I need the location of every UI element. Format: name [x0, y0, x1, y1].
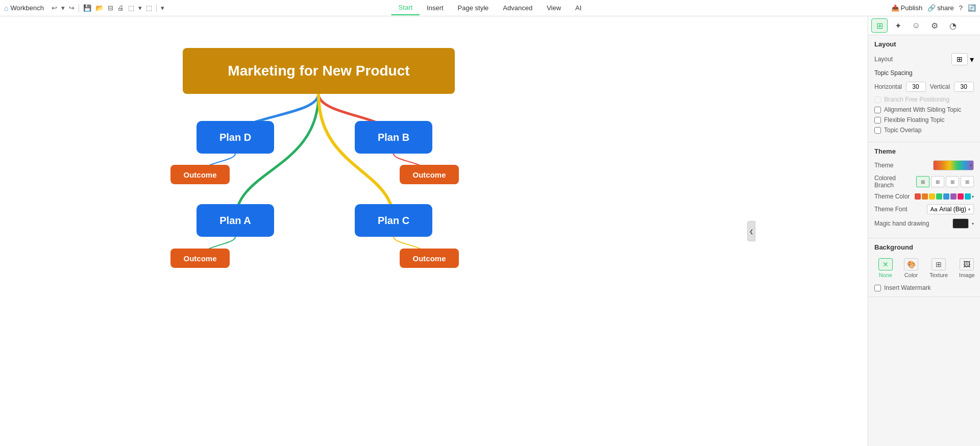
- branch-free-label: Branch Free Positioning: [884, 96, 949, 103]
- export-button[interactable]: ⬚: [127, 3, 136, 13]
- magic-drawing-row: Magic hand drawing ▾: [874, 218, 974, 229]
- bg-color-label: Color: [904, 272, 918, 278]
- panel-header-icons: ⊞ ✦ ☺ ⚙ ◔: [868, 16, 980, 35]
- branch-plan-d[interactable]: Plan D: [197, 121, 274, 154]
- colored-branch-opt2[interactable]: ⊞: [931, 176, 944, 187]
- background-options: ✕ None 🎨 Color ⊞ Texture 🖼 Image: [874, 256, 974, 280]
- nav-view[interactable]: View: [540, 1, 568, 15]
- canvas[interactable]: Marketing for New Product Plan D Plan B …: [0, 16, 868, 446]
- nav-menus: Start Insert Page style Advanced View AI: [391, 1, 589, 15]
- topic-spacing-title: Topic Spacing: [874, 69, 974, 77]
- color-pink[interactable]: [958, 193, 964, 200]
- bg-none-button[interactable]: ✕ None: [874, 256, 897, 280]
- import-button[interactable]: ⬚: [144, 3, 154, 13]
- vertical-up-arrow[interactable]: ▲: [973, 83, 974, 87]
- layout-control: ⊞ ▾: [951, 53, 974, 65]
- theme-label: Theme: [874, 162, 933, 169]
- flexible-row: Flexible Floating Topic: [874, 116, 974, 123]
- panel-tab-emoji[interactable]: ☺: [908, 18, 924, 33]
- color-blue[interactable]: [943, 193, 949, 200]
- root-node[interactable]: Marketing for New Product: [183, 48, 455, 94]
- nav-ai[interactable]: AI: [568, 1, 589, 15]
- outcome-d-label: Outcome: [183, 170, 216, 179]
- watermark-checkbox[interactable]: [874, 285, 881, 291]
- bg-image-button[interactable]: 🖼 Image: [955, 256, 979, 280]
- color-cyan[interactable]: [965, 193, 971, 200]
- share-label: share: [937, 4, 954, 12]
- alignment-label: Alignment With Sibling Topic: [884, 106, 961, 113]
- bg-color-icon: 🎨: [904, 258, 918, 270]
- bg-color-button[interactable]: 🎨 Color: [900, 256, 922, 280]
- color-orange[interactable]: [922, 193, 928, 200]
- color-green[interactable]: [936, 193, 942, 200]
- color-red[interactable]: [915, 193, 921, 200]
- leaf-outcome-d[interactable]: Outcome: [170, 165, 230, 184]
- print-button[interactable]: 🖨: [116, 3, 126, 13]
- open-button[interactable]: 📂: [94, 3, 105, 13]
- bg-texture-button[interactable]: ⊞ Texture: [925, 256, 952, 280]
- extra-dropdown[interactable]: ▾: [159, 3, 166, 13]
- alignment-checkbox[interactable]: [874, 107, 881, 113]
- export-dropdown[interactable]: ▾: [137, 3, 143, 13]
- colored-branch-opt1[interactable]: ⊞: [916, 176, 929, 187]
- branch-free-checkbox[interactable]: [874, 96, 881, 103]
- color-purple[interactable]: [950, 193, 957, 200]
- spacing-row: Horizontal 30 ▲ ▼ Vertical 30 ▲ ▼: [874, 82, 974, 92]
- branch-plan-a[interactable]: Plan A: [197, 204, 274, 237]
- theme-section-title: Theme: [874, 147, 974, 155]
- branch-plan-c[interactable]: Plan C: [355, 204, 432, 237]
- undo-dropdown[interactable]: ▾: [60, 3, 66, 13]
- outcome-a-label: Outcome: [183, 254, 216, 263]
- publish-button[interactable]: 📤 Publish: [891, 4, 923, 12]
- panel-tab-settings[interactable]: ⚙: [926, 18, 943, 33]
- nav-page-style[interactable]: Page style: [451, 1, 496, 15]
- save-button[interactable]: 💾: [82, 3, 93, 13]
- horizontal-up-arrow[interactable]: ▲: [925, 83, 926, 87]
- horizontal-arrows: ▲ ▼: [925, 83, 926, 91]
- leaf-outcome-b[interactable]: Outcome: [400, 165, 459, 184]
- panel-toggle-button[interactable]: ❮: [747, 221, 755, 241]
- redo-button[interactable]: ↪: [67, 3, 76, 13]
- undo-button[interactable]: ↩: [50, 3, 59, 13]
- leaf-outcome-a[interactable]: Outcome: [170, 249, 230, 268]
- theme-color-dropdown-arrow[interactable]: ▾: [972, 194, 974, 199]
- vertical-down-arrow[interactable]: ▼: [973, 87, 974, 91]
- theme-swatch-button[interactable]: ▾: [933, 160, 974, 170]
- nav-advanced[interactable]: Advanced: [496, 1, 540, 15]
- bg-image-icon: 🖼: [960, 258, 974, 270]
- panel-tab-sync[interactable]: ◔: [945, 18, 961, 33]
- bg-texture-label: Texture: [929, 272, 948, 278]
- bg-none-icon: ✕: [878, 258, 893, 270]
- color-yellow[interactable]: [929, 193, 935, 200]
- overlap-label: Topic Overlap: [884, 127, 921, 134]
- horizontal-down-arrow[interactable]: ▼: [925, 87, 926, 91]
- share-button[interactable]: 🔗 share: [927, 4, 954, 12]
- theme-color-swatches: ▾: [915, 193, 974, 200]
- leaf-outcome-c[interactable]: Outcome: [400, 249, 459, 268]
- help-button[interactable]: ?: [959, 4, 963, 12]
- vertical-input[interactable]: 30: [954, 82, 973, 91]
- theme-font-label: Theme Font: [874, 206, 927, 213]
- overlap-checkbox[interactable]: [874, 127, 881, 134]
- magic-dropdown-arrow[interactable]: ▾: [972, 221, 974, 226]
- layout-section-title: Layout: [874, 40, 974, 48]
- layout-dropdown-arrow[interactable]: ▾: [970, 55, 974, 64]
- template-button[interactable]: ⊟: [106, 3, 115, 13]
- plan-a-label: Plan A: [219, 215, 251, 227]
- font-icon: Aa: [930, 206, 937, 212]
- theme-color-row: Theme Color ▾: [874, 193, 974, 200]
- colored-branch-opt3[interactable]: ⊞: [946, 176, 959, 187]
- branch-plan-b[interactable]: Plan B: [355, 121, 432, 154]
- panel-tab-magic[interactable]: ✦: [890, 18, 906, 33]
- magic-color-button[interactable]: [952, 218, 969, 229]
- theme-font-select[interactable]: Aa Arial (Big) ▾: [927, 204, 974, 214]
- flexible-checkbox[interactable]: [874, 117, 881, 123]
- colored-branch-opt4[interactable]: ⊞: [961, 176, 974, 187]
- nav-start[interactable]: Start: [391, 1, 420, 15]
- layout-grid-icon: ⊞: [957, 55, 963, 63]
- layout-picker-button[interactable]: ⊞: [951, 53, 968, 65]
- horizontal-input[interactable]: 30: [906, 82, 925, 91]
- panel-tab-layout[interactable]: ⊞: [871, 18, 888, 33]
- nav-insert[interactable]: Insert: [420, 1, 451, 15]
- topbar: ⌂ Workbench ↩ ▾ ↪ 💾 📂 ⊟ 🖨 ⬚ ▾ ⬚ ▾ Start …: [0, 0, 980, 16]
